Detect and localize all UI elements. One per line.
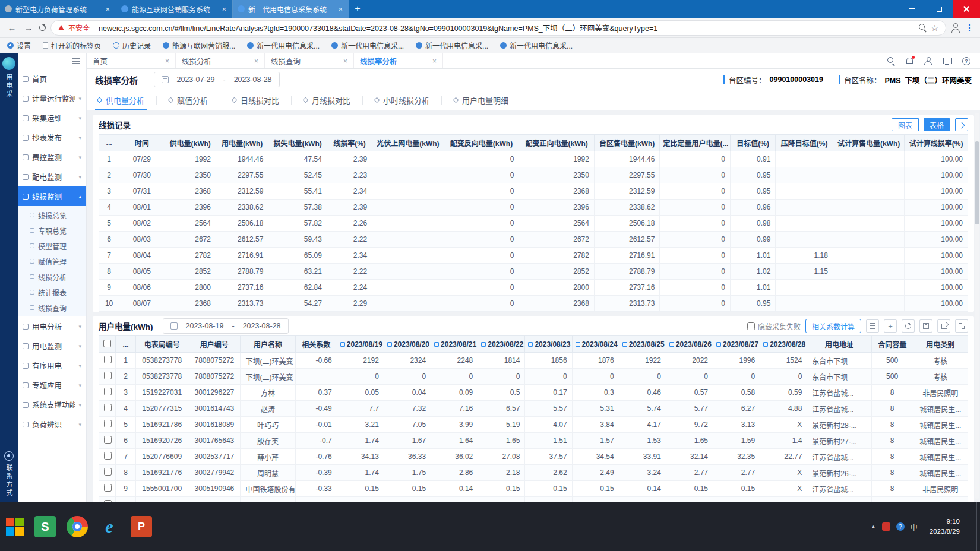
workspace-tab[interactable]: 线损查询× <box>265 53 354 68</box>
cell-link[interactable]: 1516920726 <box>136 433 188 449</box>
cell-link[interactable]: 3002537717 <box>188 449 241 465</box>
sidebar-item[interactable]: 线损监测▴ <box>18 186 86 206</box>
row-checkbox[interactable] <box>104 420 112 428</box>
tab-close-icon[interactable]: × <box>254 57 258 65</box>
row-checkbox[interactable] <box>104 500 112 502</box>
refresh-icon[interactable] <box>39 24 46 31</box>
sidebar-subitem[interactable]: 统计报表 <box>18 284 86 300</box>
cell-link[interactable]: 3005190947 <box>188 497 241 503</box>
chrome-taskbar-icon[interactable] <box>67 516 88 537</box>
cell-link[interactable]: 1516921786 <box>136 417 188 433</box>
subtab-6[interactable]: 用户电量明细 <box>451 90 511 110</box>
subtab-2[interactable]: 赋值分析 <box>166 90 210 110</box>
row-checkbox[interactable] <box>104 404 112 411</box>
show-desktop-button[interactable] <box>976 502 980 551</box>
back-button[interactable]: ← <box>6 23 18 33</box>
cell-link[interactable]: 1519227031 <box>136 385 188 401</box>
row-checkbox[interactable] <box>104 388 112 395</box>
hide-failed-checkbox[interactable] <box>747 322 755 330</box>
date-range-picker[interactable]: 2023-07-29 - 2023-08-28 <box>154 72 280 87</box>
sidebar-item[interactable]: 配电监测▾ <box>18 167 86 186</box>
cell-link[interactable]: 0538273778 <box>136 369 188 385</box>
sidebar-subitem[interactable]: 线损分析 <box>18 269 86 284</box>
sidebar-item[interactable]: 有序用电▾ <box>18 356 86 375</box>
browser-tab[interactable]: 新型电力负荷管理系统× <box>0 0 116 18</box>
row-checkbox[interactable] <box>104 436 112 444</box>
scrollbar-thumb[interactable] <box>975 141 979 224</box>
sidebar-item[interactable]: 用电监测▾ <box>18 336 86 356</box>
sidebar-collapse-icon[interactable] <box>72 58 80 64</box>
sidebar-subitem[interactable]: 模型管理 <box>18 238 86 254</box>
sidebar-item[interactable]: 费控监测▾ <box>18 147 86 167</box>
chart-toggle-button[interactable]: 图表 <box>892 118 919 131</box>
row-checkbox[interactable] <box>104 372 112 379</box>
tray-expand-icon[interactable]: ▲ <box>871 524 876 530</box>
row-checkbox[interactable] <box>104 452 112 460</box>
add-icon[interactable]: + <box>884 319 897 332</box>
browser-tab[interactable]: 新一代用电信息采集系统× <box>233 0 349 18</box>
input-method-indicator[interactable]: 中 <box>911 522 918 532</box>
cell-link[interactable]: 3001765643 <box>188 433 241 449</box>
bookmark-item[interactable]: 设置 <box>7 40 31 50</box>
refresh-icon[interactable] <box>902 319 915 332</box>
bookmark-item[interactable]: 能源互联网营销服... <box>163 40 235 50</box>
subtab-5[interactable]: 小时线损分析 <box>372 90 432 110</box>
sidebar-subitem[interactable]: 线损查询 <box>18 300 86 315</box>
cell-link[interactable]: 1520777315 <box>136 401 188 417</box>
notification-bell-icon[interactable] <box>906 57 913 65</box>
wps-taskbar-icon[interactable]: S <box>34 516 56 537</box>
user-avatar-icon[interactable] <box>924 57 932 65</box>
tray-app-icon[interactable] <box>882 522 890 531</box>
correlation-calc-button[interactable]: 相关系数计算 <box>805 319 861 333</box>
sidebar-item[interactable]: 专题应用▾ <box>18 375 86 395</box>
cell-link[interactable]: 3001618089 <box>188 417 241 433</box>
sidebar-subitem[interactable]: 赋值管理 <box>18 254 86 269</box>
sidebar-item[interactable]: 用电分析▾ <box>18 316 86 336</box>
page-scrollbar[interactable] <box>975 113 979 499</box>
table-toggle-button[interactable]: 表格 <box>924 118 950 131</box>
user-energy-date-picker[interactable]: 2023-08-19 - 2023-08-28 <box>163 318 289 334</box>
subtab-1[interactable]: 供电量分析 <box>95 90 147 110</box>
sidebar-subitem[interactable]: 线损总览 <box>18 207 86 223</box>
hide-failed-option[interactable]: 隐藏采集失败 <box>747 321 801 331</box>
cell-link[interactable]: 3001296227 <box>188 385 241 401</box>
subtab-4[interactable]: 月线损对比 <box>301 90 353 110</box>
export-icon[interactable] <box>937 319 950 332</box>
fullscreen-icon[interactable] <box>955 319 968 332</box>
row-checkbox[interactable] <box>104 484 112 492</box>
bookmark-star-icon[interactable]: ☆ <box>931 24 938 32</box>
tab-close-icon[interactable]: × <box>343 57 347 65</box>
select-all-checkbox[interactable] <box>103 340 111 347</box>
tab-close-icon[interactable]: × <box>165 57 169 65</box>
close-button[interactable] <box>953 0 980 18</box>
sidebar-item[interactable]: 首页 <box>18 69 86 88</box>
subtab-3[interactable]: 日线损对比 <box>230 90 282 110</box>
row-checkbox[interactable] <box>104 468 112 476</box>
workspace-tab[interactable]: 线损率分析× <box>354 53 443 68</box>
tab-close-icon[interactable]: × <box>432 57 437 65</box>
url-field[interactable]: 不安全 neweic.js.sgcc.com.cn/#/llm/line/Lin… <box>50 20 946 36</box>
cell-link[interactable]: 0538273778 <box>136 353 188 369</box>
cell-link[interactable]: 7808075272 <box>188 353 241 369</box>
cell-link[interactable]: 1516921776 <box>136 465 188 481</box>
sidebar-item[interactable]: 抄表发布▾ <box>18 128 86 147</box>
sidebar-item[interactable]: 负荷辨识▾ <box>18 414 86 434</box>
cell-link[interactable]: 1555001701 <box>136 497 188 503</box>
contact-label[interactable]: 联系方式 <box>4 464 14 498</box>
bookmark-item[interactable]: 打开新的标签页 <box>43 40 101 50</box>
browser-tab[interactable]: 能源互联网营销服务系统× <box>116 0 233 18</box>
profile-icon[interactable] <box>951 23 960 33</box>
browser-menu-icon[interactable]: ⋮ <box>965 23 974 33</box>
tray-help-icon[interactable]: ? <box>896 522 905 531</box>
cell-link[interactable]: 3001614743 <box>188 401 241 417</box>
tab-close-icon[interactable]: × <box>220 5 227 14</box>
cell-link[interactable]: 1520776609 <box>136 449 188 465</box>
search-icon[interactable] <box>919 24 927 31</box>
cell-link[interactable]: 7808075272 <box>188 369 241 385</box>
grid-settings-icon[interactable] <box>866 319 879 332</box>
cell-link[interactable]: 3005190946 <box>188 481 241 497</box>
bookmark-item[interactable]: 新一代用电信息采... <box>416 40 488 50</box>
fullscreen-icon[interactable] <box>943 58 951 65</box>
start-button[interactable] <box>6 518 24 536</box>
sidebar-item[interactable]: 采集运维▾ <box>18 108 86 128</box>
